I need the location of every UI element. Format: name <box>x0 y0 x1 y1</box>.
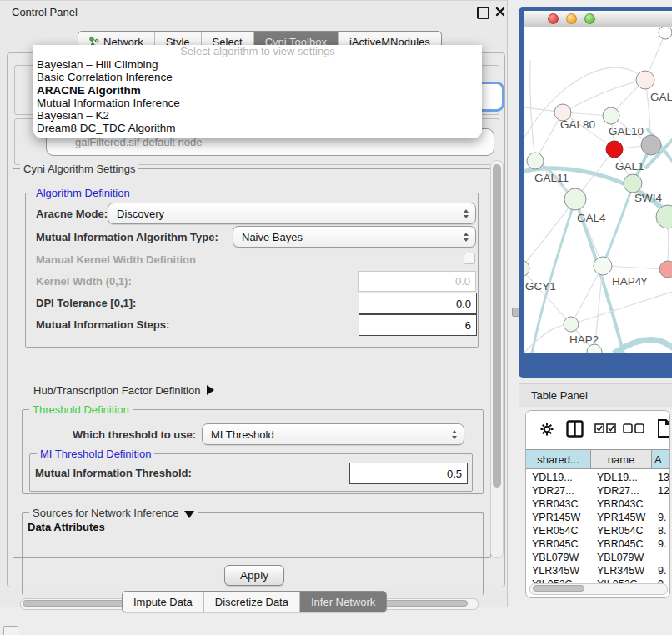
table-cell[interactable]: YBR045C <box>591 538 652 551</box>
dpi-tolerance-input[interactable]: 0.0 <box>359 292 477 314</box>
network-canvas[interactable]: GALGAL80GAL10GAL1GAL11SWI4GAL4GCY1HAP4YH… <box>524 27 672 353</box>
table-row[interactable]: YER054CYER054C8. <box>526 524 669 538</box>
algorithm-option-dream8-dc-tdc-algorithm[interactable]: Dream8 DC_TDC Algorithm <box>33 122 482 134</box>
network-node-gal10[interactable] <box>603 108 619 124</box>
mi-steps-label: Mutual Information Steps: <box>36 318 169 331</box>
table-cell[interactable]: 8. <box>652 524 669 538</box>
manual-kernel-width-checkbox[interactable] <box>464 252 475 264</box>
collapse-arrow-icon[interactable] <box>184 511 194 518</box>
close-traffic-light[interactable] <box>548 13 559 24</box>
algorithm-option-aracne-algorithm[interactable]: ARACNE Algorithm <box>33 84 482 97</box>
table-cell[interactable]: YDR27... <box>526 484 591 498</box>
algorithm-option-mutual-information-inference[interactable]: Mutual Information Inference <box>33 97 482 109</box>
expand-arrow-icon[interactable] <box>207 385 214 395</box>
mutual-information-threshold-input[interactable]: 0.5 <box>349 462 468 484</box>
column-header-shared[interactable]: shared... <box>526 450 591 468</box>
kernel-width-label: Kernel Width (0,1): <box>36 275 132 288</box>
table-cell[interactable]: YER054C <box>526 524 591 538</box>
node-label: GAL1 <box>615 160 644 172</box>
table-row[interactable]: YBR043CYBR043C <box>526 498 669 511</box>
minimize-traffic-light[interactable] <box>566 13 577 24</box>
table-cell[interactable]: 12 <box>652 484 669 498</box>
table-cell[interactable]: YBL079W <box>591 551 652 564</box>
column-header-name[interactable]: name <box>591 450 652 468</box>
table-row[interactable]: YBL079WYBL079W <box>526 551 669 564</box>
table-cell[interactable]: YDR27... <box>591 484 652 498</box>
zoom-traffic-light[interactable] <box>584 13 595 24</box>
table-horizontal-scrollbar[interactable] <box>529 583 668 595</box>
tab-discretize-data[interactable]: Discretize Data <box>203 592 299 612</box>
hub-transcription-factor-section[interactable]: Hub/Transcription Factor Definition <box>33 384 214 397</box>
network-node-gal[interactable] <box>636 71 654 89</box>
tab-impute-data[interactable]: Impute Data <box>123 592 203 612</box>
network-node-gal4[interactable] <box>564 188 586 210</box>
split-columns-icon[interactable] <box>566 420 584 438</box>
table-cell[interactable] <box>652 498 669 511</box>
table-cell[interactable]: YBL079W <box>526 551 591 564</box>
node-label: GAL10 <box>609 125 644 138</box>
mi-algorithm-type-combobox[interactable]: Naive Bayes <box>233 226 476 248</box>
table-cell[interactable]: YBR045C <box>526 538 591 551</box>
aracne-mode-combobox[interactable]: Discovery <box>108 202 476 224</box>
network-edge <box>603 266 668 269</box>
table-row[interactable]: YPR145WYPR145W9. <box>526 511 669 524</box>
table-cell[interactable] <box>652 551 669 564</box>
document-icon[interactable] <box>657 418 670 438</box>
network-node[interactable] <box>659 27 672 39</box>
table-cell[interactable]: YPR145W <box>591 511 652 524</box>
table-cell[interactable]: 9. <box>652 511 669 524</box>
table-row[interactable]: YDL19...YDL19...13 <box>526 471 669 484</box>
network-node[interactable] <box>656 205 672 228</box>
mi-steps-value: 6 <box>465 319 471 332</box>
algorithm-option-bayesian-k2[interactable]: Bayesian – K2 <box>33 109 482 122</box>
apply-button[interactable]: Apply <box>224 565 284 586</box>
select-all-checkboxes-icon[interactable] <box>594 423 616 433</box>
tab-label: Impute Data <box>133 596 193 608</box>
table-cell[interactable]: YDL19... <box>526 471 591 484</box>
network-node-gcy1[interactable] <box>524 260 529 277</box>
network-node-hap4[interactable] <box>594 257 612 275</box>
network-node-gal11[interactable] <box>527 152 544 169</box>
table-row[interactable]: YLR345WYLR345W9. <box>526 564 669 578</box>
table-cell[interactable]: YLR345W <box>591 564 652 578</box>
table-cell[interactable]: YDL19... <box>591 471 652 484</box>
network-edge <box>614 339 672 353</box>
close-icon[interactable] <box>495 7 505 17</box>
network-node-gal1[interactable] <box>606 141 623 158</box>
table-cell[interactable]: YER054C <box>591 524 652 538</box>
column-header-clipped[interactable]: A <box>652 450 669 468</box>
settings-vertical-scrollbar[interactable] <box>490 160 504 558</box>
kernel-width-input[interactable]: 0.0 <box>358 271 476 292</box>
algorithm-option-basic-correlation-inference[interactable]: Basic Correlation Inference <box>33 71 482 83</box>
network-window-titlebar[interactable] <box>524 11 672 28</box>
network-node-swi4[interactable] <box>624 174 642 192</box>
mi-algorithm-type-label: Mutual Information Algorithm Type: <box>36 231 218 243</box>
table-cell[interactable]: YBR043C <box>591 498 652 511</box>
network-node-y[interactable] <box>659 261 672 278</box>
network-node-hap2[interactable] <box>564 317 579 332</box>
tab-infer-network[interactable]: Infer Network <box>299 592 386 612</box>
float-window-icon[interactable] <box>477 7 489 19</box>
table-cell[interactable]: YPR145W <box>526 511 591 524</box>
network-node[interactable] <box>641 135 661 155</box>
node-label: GAL11 <box>534 172 569 184</box>
table-row[interactable]: YDR27...YDR27...12 <box>526 484 669 498</box>
network-edge <box>530 60 535 161</box>
deselect-all-checkboxes-icon[interactable] <box>623 423 644 433</box>
table-cell[interactable]: YBR043C <box>526 498 591 511</box>
settings-gear-icon[interactable] <box>539 422 554 437</box>
mi-threshold-definition-legend: MI Threshold Definition <box>37 448 154 460</box>
table-cell[interactable]: 13 <box>652 471 669 484</box>
mi-threshold-value: 0.5 <box>447 468 462 480</box>
table-cell[interactable]: 9. <box>652 538 669 551</box>
table-cell[interactable]: YLR345W <box>526 564 591 578</box>
mi-steps-input[interactable]: 6 <box>359 314 477 336</box>
table-cell[interactable]: 9. <box>652 564 669 578</box>
node-table: shared... name A YDL19...YDL19...13YDR27… <box>525 410 670 598</box>
algorithm-definition-legend: Algorithm Definition <box>33 187 133 199</box>
which-threshold-combobox[interactable]: MI Threshold <box>202 423 464 445</box>
algorithm-option-bayesian-hill-climbing[interactable]: Bayesian – Hill Climbing <box>33 58 482 71</box>
docked-panel-icon[interactable] <box>3 626 18 635</box>
table-row[interactable]: YBR045CYBR045C9. <box>526 538 669 551</box>
network-edge <box>524 199 575 268</box>
